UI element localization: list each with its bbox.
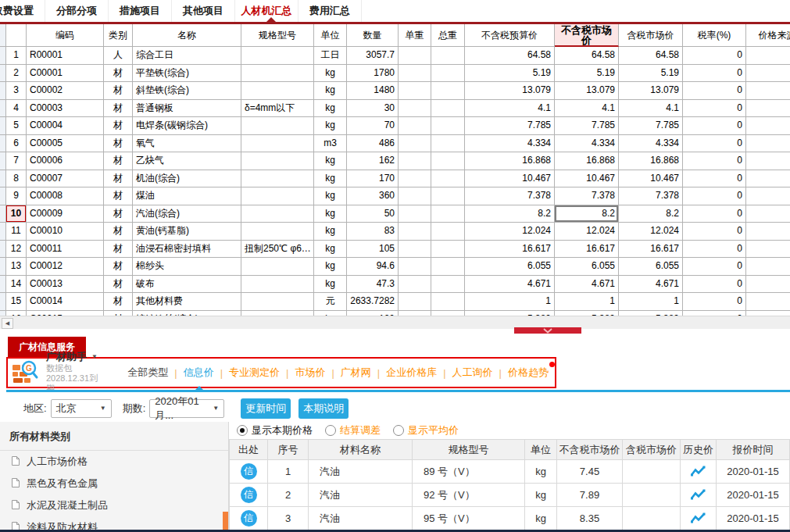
cell-tw[interactable] — [431, 152, 465, 170]
table-row[interactable]: 15C00014材其他材料费元2633.72821110 — [0, 293, 790, 311]
table-row[interactable]: 7C00006材乙炔气kg16216.86816.86816.8680 — [0, 152, 790, 170]
cell-tax[interactable]: 0 — [683, 187, 746, 205]
cell-budget[interactable]: 64.58 — [465, 47, 555, 65]
cell-qty[interactable]: 94.6 — [347, 258, 399, 276]
cell-uw[interactable] — [399, 170, 431, 188]
cell-spec[interactable]: δ=4mm以下 — [241, 100, 314, 118]
column-header-unit[interactable]: 单位 — [314, 24, 347, 47]
cell-market[interactable]: 64.58 — [555, 47, 619, 65]
nav-labor-inquiry[interactable]: 人工询价 — [452, 366, 493, 380]
cell-cat[interactable]: 人 — [104, 47, 133, 65]
cell-code[interactable]: C00014 — [27, 293, 104, 311]
cell-cat[interactable]: 材 — [104, 82, 133, 100]
cell-code[interactable]: C00003 — [27, 100, 104, 118]
cell-tw[interactable] — [431, 187, 465, 205]
cell-unit[interactable]: kg — [314, 82, 347, 100]
cell-spec[interactable] — [241, 170, 314, 188]
cell-tw[interactable] — [431, 293, 465, 311]
row-selector[interactable] — [0, 276, 6, 294]
cell-qty[interactable]: 105 — [347, 241, 399, 259]
cell-market_tax[interactable]: 16.617 — [619, 241, 683, 259]
cell-cat[interactable]: 材 — [104, 65, 133, 83]
table-row[interactable]: 11C00010材黄油(钙基脂)kg8312.02412.02412.0240 — [0, 223, 790, 241]
column-header-spec[interactable]: 规格型号 — [241, 24, 314, 47]
cell-market[interactable]: 10.467 — [555, 170, 619, 188]
cell-name[interactable]: 汽油(综合) — [133, 205, 241, 223]
history-chart-icon[interactable] — [690, 512, 707, 525]
cell-qty[interactable]: 1480 — [347, 82, 399, 100]
price-table-row[interactable]: 信1汽油89 号（V）kg7.452020-01-15 — [229, 460, 790, 484]
chevron-down-icon[interactable]: ▼ — [91, 352, 98, 362]
cell-code[interactable]: C00010 — [27, 223, 104, 241]
cell-src[interactable] — [746, 223, 790, 241]
cell-budget[interactable]: 7.785 — [465, 117, 555, 135]
cell-uw[interactable] — [399, 241, 431, 259]
cell-name[interactable]: 普通钢板 — [133, 100, 241, 118]
table-row[interactable]: 13C00012材棉纱头kg94.66.0556.0556.0550 — [0, 258, 790, 276]
cell-uw[interactable] — [399, 82, 431, 100]
cell-src[interactable] — [746, 241, 790, 259]
nav-market-price[interactable]: 市场价 — [295, 366, 325, 380]
row-selector[interactable] — [0, 258, 6, 276]
cell-uw[interactable] — [399, 223, 431, 241]
cell-cat[interactable]: 材 — [104, 135, 133, 153]
cell-code[interactable]: R00001 — [27, 47, 104, 65]
cell-uw[interactable] — [399, 100, 431, 118]
table-row[interactable]: 2C00001材平垫铁(综合)kg17805.195.195.190 — [0, 65, 790, 83]
cell-budget[interactable]: 6.055 — [465, 258, 555, 276]
cell-code[interactable]: C00007 — [27, 170, 104, 188]
tab-cost-summary[interactable]: 费用汇总 — [298, 0, 362, 22]
cell-cat[interactable]: 材 — [104, 170, 133, 188]
cell-tax[interactable]: 0 — [683, 100, 746, 118]
cell-market[interactable]: 4.334 — [555, 135, 619, 153]
cell-unit[interactable]: kg — [314, 241, 347, 259]
cell-unit[interactable]: 元 — [314, 293, 347, 311]
cell-src[interactable] — [746, 100, 790, 118]
cell-qty[interactable]: 170 — [347, 170, 399, 188]
row-selector[interactable] — [0, 205, 6, 223]
cell-uw[interactable] — [399, 293, 431, 311]
region-select[interactable]: 北京 ▼ — [51, 399, 112, 418]
cell-tax[interactable]: 0 — [683, 82, 746, 100]
cell-market_tax[interactable]: 1 — [619, 293, 683, 311]
cell-market_tax[interactable]: 6.055 — [619, 258, 683, 276]
cell-market_tax[interactable]: 8.2 — [619, 205, 683, 223]
cell-name[interactable]: 油浸石棉密封填料 — [133, 241, 241, 259]
price-column-header-spec[interactable]: 规格型号 — [413, 440, 525, 460]
cell-unit[interactable]: 工日 — [314, 47, 347, 65]
nav-all-types[interactable]: 全部类型 — [127, 366, 168, 380]
cell-qty[interactable]: 30 — [347, 100, 399, 118]
cell-spec[interactable]: 扭制250℃ φ6… — [241, 241, 314, 259]
cell-code[interactable]: C00006 — [27, 152, 104, 170]
cell-spec[interactable] — [241, 65, 314, 83]
cell-tax[interactable]: 0 — [683, 170, 746, 188]
table-row[interactable]: 4C00003材普通钢板δ=4mm以下kg304.14.14.10 — [0, 100, 790, 118]
cell-qty[interactable]: 2633.7282 — [347, 293, 399, 311]
cell-code[interactable]: C00001 — [27, 65, 104, 83]
cell-market_tax[interactable]: 10.467 — [619, 170, 683, 188]
history-chart-icon[interactable] — [690, 488, 707, 502]
cell-name[interactable]: 电焊条(碳钢综合) — [133, 117, 241, 135]
table-row[interactable]: 3C00002材斜垫铁(综合)kg148013.07913.07913.0790 — [0, 82, 790, 100]
cell-market_tax[interactable]: 7.378 — [619, 187, 683, 205]
cell-name[interactable]: 氧气 — [133, 135, 241, 153]
table-row[interactable]: 5C00004材电焊条(碳钢综合)kg707.7857.7857.7850 — [0, 117, 790, 135]
column-header-code[interactable]: 编码 — [27, 24, 104, 47]
period-select[interactable]: 2020年01月... ▼ — [149, 399, 224, 418]
row-selector[interactable] — [0, 47, 6, 65]
cell-unit[interactable]: kg — [314, 223, 347, 241]
horizontal-scrollbar[interactable]: ◀ — [0, 316, 790, 329]
table-row[interactable]: 10C00009材汽油(综合)kg508.28.28.20 — [0, 205, 790, 223]
cell-cat[interactable]: 材 — [104, 276, 133, 294]
cell-market[interactable]: 7.785 — [555, 117, 619, 135]
tab-measures[interactable]: 措施项目 — [109, 0, 172, 22]
tab-subitems[interactable]: 分部分项 — [45, 0, 109, 22]
cell-uw[interactable] — [399, 65, 431, 83]
cell-unit[interactable]: kg — [314, 258, 347, 276]
cell-market[interactable]: 13.079 — [555, 82, 619, 100]
category-item[interactable]: 黑色及有色金属 — [0, 473, 228, 495]
cell-tax[interactable]: 0 — [683, 117, 746, 135]
cell-market_tax[interactable]: 7.785 — [619, 117, 683, 135]
update-time-button[interactable]: 更新时间 — [241, 398, 291, 419]
cell-code[interactable]: C00011 — [27, 241, 104, 259]
